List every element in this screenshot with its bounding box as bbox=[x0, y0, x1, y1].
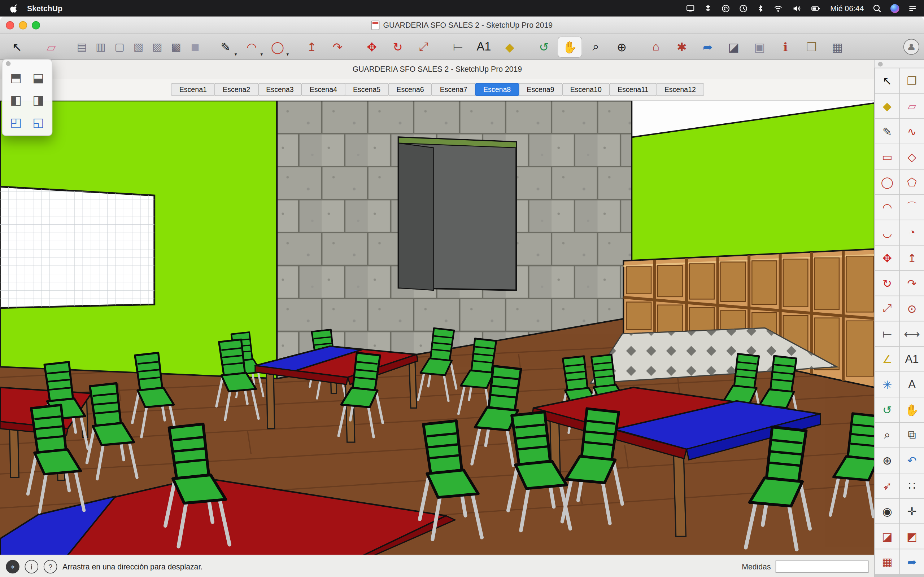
scene-tab-escena5[interactable]: Escena5 bbox=[345, 83, 389, 96]
loop-circle-icon[interactable] bbox=[721, 4, 730, 13]
scene-tab-escena9[interactable]: Escena9 bbox=[518, 83, 562, 96]
lts-look-around-icon[interactable]: ◉ bbox=[875, 499, 899, 524]
siri-icon[interactable] bbox=[890, 4, 899, 13]
lts-tape-measure-icon[interactable]: ⟝ bbox=[875, 321, 899, 346]
lts-three-point-arc-icon[interactable]: ◡ bbox=[875, 220, 899, 245]
toolbar-components-icon[interactable]: ❐ bbox=[799, 36, 824, 57]
toolbar-model-info-icon[interactable]: ℹ bbox=[773, 36, 798, 57]
toolbar-zoom-icon[interactable]: ⌕ bbox=[583, 36, 608, 57]
scene-tab-escena11[interactable]: Escena11 bbox=[609, 83, 657, 96]
toolbar-extension-warehouse-icon[interactable]: ✱ bbox=[670, 36, 695, 57]
toolbar-3d-warehouse-icon[interactable]: ⌂ bbox=[643, 36, 669, 57]
toolbar-style-shaded-icon[interactable]: ▨ bbox=[149, 36, 166, 57]
toolbar-move-icon[interactable]: ✥ bbox=[360, 36, 384, 57]
toolbar-style-wireframe-icon[interactable]: ▢ bbox=[111, 36, 129, 57]
lts-line-icon[interactable]: ✎ bbox=[875, 119, 899, 144]
scene-tab-escena1[interactable]: Escena1 bbox=[171, 83, 215, 96]
lts-rectangle-icon[interactable]: ▭ bbox=[875, 144, 899, 169]
toolbar-add-location-icon[interactable]: ▣ bbox=[747, 36, 772, 57]
lts-make-component-icon[interactable]: ❐ bbox=[900, 68, 924, 93]
toolbar-styles-panel-icon[interactable]: ▦ bbox=[825, 36, 850, 57]
toolbar-follow-me-icon[interactable]: ↷ bbox=[325, 36, 350, 57]
account-avatar[interactable]: 👤︎ bbox=[903, 39, 919, 55]
lts-follow-me-icon[interactable]: ↷ bbox=[900, 271, 924, 296]
bluetooth-icon[interactable] bbox=[756, 4, 764, 13]
lts-previous-view-icon[interactable]: ↶ bbox=[900, 448, 924, 473]
lts-pie-icon[interactable]: ◔ bbox=[900, 220, 924, 245]
wifi-icon[interactable] bbox=[773, 4, 783, 13]
lts-section-fill-icon[interactable]: ▦ bbox=[875, 549, 899, 574]
lts-3d-text-icon[interactable]: A bbox=[900, 372, 924, 397]
menu-list-icon[interactable] bbox=[908, 4, 917, 13]
time-machine-icon[interactable] bbox=[739, 4, 748, 13]
lts-rotated-rectangle-icon[interactable]: ◇ bbox=[900, 144, 924, 169]
view-front-icon[interactable]: ◧ bbox=[5, 91, 27, 109]
toolbar-line-icon[interactable]: ✎ ▾ bbox=[213, 36, 238, 57]
lts-protractor-icon[interactable]: ∠ bbox=[875, 347, 899, 372]
toolbar-zoom-extents-icon[interactable]: ⊕ bbox=[609, 36, 634, 57]
lts-circle-icon[interactable]: ◯ bbox=[875, 169, 899, 194]
lts-paint-bucket-icon[interactable]: ◆ bbox=[875, 94, 899, 119]
dropbox-icon[interactable] bbox=[703, 4, 712, 13]
toolbar-text-icon[interactable]: A1 bbox=[472, 36, 496, 57]
spotlight-icon[interactable] bbox=[873, 4, 881, 13]
lts-arc-icon[interactable]: ◠ bbox=[875, 195, 899, 220]
lts-dimensions-icon[interactable]: ⟷ bbox=[900, 321, 924, 346]
toolbar-orbit-icon[interactable]: ↺ bbox=[531, 36, 557, 57]
lts-text-icon[interactable]: A1 bbox=[900, 347, 924, 372]
battery-icon[interactable] bbox=[810, 4, 822, 13]
toolbar-scale-icon[interactable]: ⤢ bbox=[412, 36, 436, 57]
toolbar-eraser-icon[interactable]: ▱ bbox=[39, 36, 64, 57]
toolbar-style-hidden-line-icon[interactable]: ▧ bbox=[129, 36, 147, 57]
lts-axes-icon[interactable]: ✳ bbox=[875, 372, 899, 397]
app-menu-sketchup[interactable]: SketchUp bbox=[27, 4, 63, 13]
lts-zoom-extents-icon[interactable]: ⊕ bbox=[875, 448, 899, 473]
apple-menu[interactable] bbox=[7, 3, 21, 13]
lts-polygon-icon[interactable]: ⬠ bbox=[900, 169, 924, 194]
lts-eraser-icon[interactable]: ▱ bbox=[900, 94, 924, 119]
scene-tab-escena3[interactable]: Escena3 bbox=[258, 83, 302, 96]
lts-pan-icon[interactable]: ✋ bbox=[900, 397, 924, 422]
window-title-bar[interactable]: GUARDERIA SFO SALES 2 - SketchUp Pro 201… bbox=[0, 16, 924, 34]
lts-walk-icon[interactable]: ∷ bbox=[900, 474, 924, 498]
lts-select-icon[interactable]: ↖ bbox=[875, 68, 899, 93]
minimize-button[interactable] bbox=[19, 21, 27, 29]
toolbar-push-pull-icon[interactable]: ↥ bbox=[299, 36, 324, 57]
zoom-button[interactable] bbox=[32, 21, 40, 29]
lts-move-icon[interactable]: ✥ bbox=[875, 246, 899, 271]
toolbar-style-back-edges-icon[interactable]: ▥ bbox=[92, 36, 110, 57]
lts-scale-icon[interactable]: ⤢ bbox=[875, 296, 899, 321]
lts-freehand-icon[interactable]: ∿ bbox=[900, 119, 924, 144]
toolbar-arc-icon[interactable]: ◠ ▾ bbox=[239, 36, 264, 57]
lts-north-arrow-icon[interactable]: ✛ bbox=[900, 499, 924, 524]
status-help-icon[interactable]: ? bbox=[44, 560, 57, 574]
toolbar-send-to-layout-icon[interactable]: ➦ bbox=[696, 36, 720, 57]
lts-push-pull-icon[interactable]: ↥ bbox=[900, 246, 924, 271]
scene-tab-escena2[interactable]: Escena2 bbox=[215, 83, 258, 96]
view-back-icon[interactable]: ◰ bbox=[5, 114, 27, 131]
lts-zoom-icon[interactable]: ⌕ bbox=[875, 423, 899, 448]
lts-rotate-icon[interactable]: ↻ bbox=[875, 271, 899, 296]
lts-position-camera-icon[interactable]: ➶ bbox=[875, 474, 899, 498]
scene-tab-escena10[interactable]: Escena10 bbox=[562, 83, 610, 96]
view-left-icon[interactable]: ◱ bbox=[27, 114, 50, 131]
scene-tab-escena8[interactable]: Escena8 bbox=[475, 83, 519, 96]
lts-send-to-layout-icon[interactable]: ➦ bbox=[900, 549, 924, 574]
lts-offset-icon[interactable]: ⊙ bbox=[900, 296, 924, 321]
scene-tab-escena12[interactable]: Escena12 bbox=[656, 83, 704, 96]
lts-section-display-icon[interactable]: ◩ bbox=[900, 524, 924, 549]
status-credits-icon[interactable]: i bbox=[25, 560, 39, 574]
status-geolocation-icon[interactable]: ⌖ bbox=[6, 560, 19, 574]
views-palette-close-button[interactable] bbox=[6, 61, 10, 66]
lts-two-point-arc-icon[interactable]: ⌒ bbox=[900, 195, 924, 220]
lts-section-plane-icon[interactable]: ◪ bbox=[875, 524, 899, 549]
scene-tab-escena4[interactable]: Escena4 bbox=[301, 83, 346, 96]
toolbar-section-plane-icon[interactable]: ◪ bbox=[721, 36, 746, 57]
toolbar-pan-icon[interactable]: ✋ bbox=[557, 36, 582, 57]
close-button[interactable] bbox=[6, 21, 14, 29]
toolbar-select-icon[interactable]: ↖ bbox=[5, 36, 30, 57]
volume-icon[interactable] bbox=[792, 4, 801, 13]
lts-orbit-icon[interactable]: ↺ bbox=[875, 397, 899, 422]
measurements-input[interactable] bbox=[775, 561, 869, 573]
view-top-icon[interactable]: ⬓ bbox=[27, 69, 50, 87]
